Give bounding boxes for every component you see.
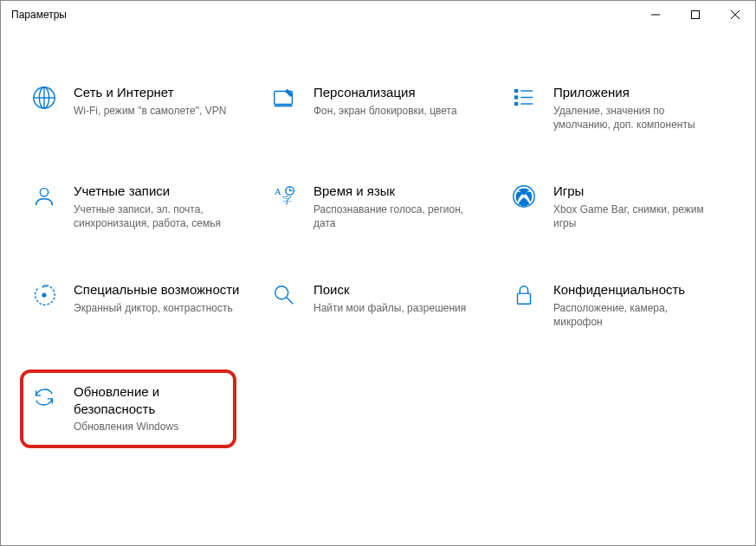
window-title: Параметры <box>11 9 67 21</box>
time-language-icon: A字 <box>270 183 298 210</box>
tile-personalization[interactable]: Персонализация Фон, экран блокировки, цв… <box>267 80 483 136</box>
svg-point-24 <box>275 286 288 299</box>
svg-text:字: 字 <box>282 195 292 205</box>
search-icon <box>270 281 298 309</box>
tile-ease-of-access[interactable]: Специальные возможности Экранный диктор,… <box>27 278 243 333</box>
tile-title: Специальные возможности <box>74 281 240 299</box>
tile-network[interactable]: Сеть и Интернет Wi-Fi, режим "в самолете… <box>27 80 243 136</box>
tile-title: Учетные записи <box>74 183 240 200</box>
tile-desc: Удаление, значения по умолчанию, доп. ко… <box>553 104 720 133</box>
tile-desc: Xbox Game Bar, снимки, режим игры <box>553 202 720 232</box>
tile-title: Время и язык <box>313 183 480 200</box>
svg-line-25 <box>287 298 294 305</box>
svg-point-23 <box>42 293 46 297</box>
tile-title: Персонализация <box>313 84 480 101</box>
tile-title: Поиск <box>313 281 480 299</box>
tile-title: Сеть и Интернет <box>74 84 240 101</box>
tile-desc: Найти мои файлы, разрешения <box>313 301 480 316</box>
apps-list-icon <box>510 84 538 112</box>
tile-desc: Распознавание голоса, регион, дата <box>313 202 480 232</box>
globe-icon <box>30 84 58 112</box>
paintbrush-icon <box>270 84 298 112</box>
settings-grid: Сеть и Интернет Wi-Fi, режим "в самолете… <box>27 80 729 448</box>
tile-apps[interactable]: Приложения Удаление, значения по умолчан… <box>507 80 723 136</box>
xbox-icon <box>510 183 538 210</box>
close-button[interactable] <box>715 1 755 29</box>
svg-rect-14 <box>515 103 518 106</box>
svg-text:A: A <box>275 186 282 196</box>
tile-desc: Фон, экран блокировки, цвета <box>313 104 480 119</box>
minimize-button[interactable] <box>636 1 675 29</box>
sync-icon <box>30 383 58 411</box>
tile-title: Игры <box>553 183 720 200</box>
tile-desc: Обновления Windows <box>74 420 219 434</box>
tile-search[interactable]: Поиск Найти мои файлы, разрешения <box>267 278 483 333</box>
person-icon <box>30 183 58 210</box>
svg-point-16 <box>40 189 48 196</box>
tile-update-security[interactable]: Обновление и безопасность Обновления Win… <box>20 369 236 448</box>
svg-rect-1 <box>692 11 700 19</box>
svg-rect-26 <box>518 293 531 304</box>
maximize-button[interactable] <box>675 1 715 29</box>
tile-desc: Wi-Fi, режим "в самолете", VPN <box>74 104 240 119</box>
tile-time-language[interactable]: A字 Время и язык Распознавание голоса, ре… <box>267 179 483 234</box>
ease-of-access-icon <box>30 281 58 309</box>
tile-title: Приложения <box>553 84 720 101</box>
tile-title: Конфиденциальность <box>553 281 720 299</box>
lock-icon <box>510 281 538 309</box>
tile-desc: Расположение, камера, микрофон <box>553 301 720 331</box>
tile-title: Обновление и безопасность <box>74 383 219 417</box>
svg-rect-10 <box>515 90 518 93</box>
tile-accounts[interactable]: Учетные записи Учетные записи, эл. почта… <box>27 179 243 234</box>
svg-rect-12 <box>515 96 518 99</box>
tile-gaming[interactable]: Игры Xbox Game Bar, снимки, режим игры <box>507 179 723 234</box>
tile-desc: Экранный диктор, контрастность <box>74 301 240 316</box>
tile-privacy[interactable]: Конфиденциальность Расположение, камера,… <box>507 278 723 333</box>
window-controls <box>636 1 755 29</box>
settings-grid-container: Сеть и Интернет Wi-Fi, режим "в самолете… <box>1 29 755 474</box>
tile-desc: Учетные записи, эл. почта, синхронизация… <box>74 202 240 232</box>
